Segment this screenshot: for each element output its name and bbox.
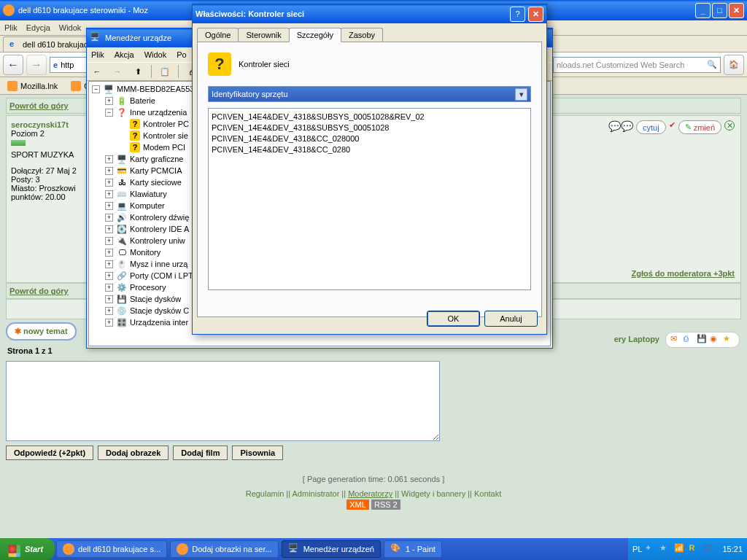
tb-forward[interactable]: → [110, 64, 125, 79]
expand-icon[interactable]: + [105, 284, 113, 292]
expand-icon[interactable]: + [105, 319, 113, 327]
hardware-ids-list[interactable]: PCI\VEN_14E4&DEV_4318&SUBSYS_00051028&RE… [208, 108, 531, 290]
xml-badge[interactable]: XML [347, 499, 369, 510]
footer-admin[interactable]: Administrator [293, 489, 340, 498]
tab-ogolne[interactable]: Ogólne [197, 28, 239, 42]
reply-textarea[interactable] [6, 361, 440, 441]
property-dropdown[interactable]: Identyfikatory sprzętu ▾ [208, 86, 531, 102]
mod-report-link[interactable]: Zgłoś do moderatora +3pkt [632, 269, 735, 278]
tab-zasoby[interactable]: Zasoby [341, 28, 383, 42]
back-top-link[interactable]: Powrót do góry [9, 101, 69, 110]
menu-widok[interactable]: Widok [144, 50, 167, 59]
tray-r-icon[interactable]: R [689, 543, 700, 555]
expand-icon[interactable]: + [105, 272, 113, 280]
menu-plik[interactable]: Plik [91, 50, 104, 59]
hwid-row[interactable]: PCI\VEN_14E4&DEV_4318&CC_028000 [212, 133, 527, 144]
clock[interactable]: 15:21 [722, 545, 743, 553]
footer-regulamin[interactable]: Regulamin [246, 489, 285, 498]
star-icon[interactable]: ★ [723, 334, 735, 346]
hwid-row[interactable]: PCI\VEN_14E4&DEV_4318&CC_0280 [212, 144, 527, 155]
browser-tab[interactable]: e dell d610 brakujace [3, 36, 98, 52]
add-video-button[interactable]: Dodaj film [173, 446, 228, 460]
hwid-row[interactable]: PCI\VEN_14E4&DEV_4318&SUBSYS_00051028&RE… [212, 112, 527, 122]
rss-badge[interactable]: RSS 2 [371, 499, 400, 510]
keyboard-icon: ⌨️ [116, 188, 128, 200]
search-icon[interactable]: 🔍 [707, 60, 717, 69]
tray-icon[interactable]: ✦ [645, 543, 657, 555]
taskbar: Start dell d610 brakujace s... Dodaj obr… [0, 538, 747, 560]
expand-icon[interactable]: + [105, 237, 113, 245]
close-button[interactable]: ✕ [729, 3, 744, 18]
cdrom-icon: 💿 [116, 305, 128, 316]
task-firefox-2[interactable]: Dodaj obrazki na ser... [170, 540, 278, 558]
tray-shield-icon[interactable]: 🛡 [703, 543, 715, 555]
expand-icon[interactable]: + [105, 167, 113, 175]
footer-widgets[interactable]: Widgety i bannery [401, 489, 465, 498]
tab-sterownik[interactable]: Sterownik [238, 28, 289, 42]
expand-icon[interactable]: + [105, 214, 113, 222]
expand-icon[interactable]: + [105, 179, 113, 187]
add-image-button[interactable]: Dodaj obrazek [98, 446, 169, 460]
tb-back[interactable]: ← [90, 64, 104, 79]
ok-button[interactable]: OK [427, 311, 480, 327]
tab-szczegoly[interactable]: Szczegóły [289, 28, 341, 42]
tray-network-icon[interactable]: 📶 [674, 543, 686, 555]
firefox-icon [3, 4, 15, 16]
expand-icon[interactable]: + [105, 155, 113, 163]
forward-button[interactable]: → [26, 55, 47, 75]
new-topic-button[interactable]: ✱ nowy temat [6, 322, 77, 341]
print-icon[interactable]: ⎙ [684, 334, 695, 346]
task-devmgr[interactable]: 🖥️ Menedżer urządzeń [282, 540, 381, 558]
home-button[interactable]: 🏠 [724, 55, 744, 75]
menu-akcja[interactable]: Akcja [115, 50, 134, 59]
help-button[interactable]: ? [510, 7, 525, 22]
menu-widok[interactable]: Widok [59, 23, 82, 32]
language-indicator[interactable]: PL [632, 545, 642, 553]
footer-contact[interactable]: Kontakt [474, 489, 501, 498]
tab-panel: ? Kontroler sieci Identyfikatory sprzętu… [197, 42, 542, 317]
breadcrumb-right[interactable]: ery Laptopy [614, 335, 659, 343]
warning-icon: ? [129, 141, 141, 153]
expand-icon[interactable]: + [105, 295, 113, 303]
quote-button[interactable]: cytuj [636, 120, 666, 134]
tb-properties[interactable]: 📋 [158, 64, 172, 79]
menu-edycja[interactable]: Edycja [26, 23, 50, 32]
expand-icon[interactable]: + [105, 202, 113, 210]
tb-up[interactable]: ⬆ [131, 64, 145, 79]
save-icon[interactable]: 💾 [697, 334, 708, 346]
menu-plik[interactable]: Plik [4, 23, 18, 32]
expand-icon[interactable]: − [92, 85, 100, 93]
expand-icon[interactable]: + [105, 225, 113, 233]
cancel-button[interactable]: Anuluj [484, 311, 538, 327]
footer-mod[interactable]: Moderatorzy [348, 489, 392, 498]
expand-icon[interactable]: + [105, 190, 113, 198]
expand-icon[interactable]: + [105, 260, 113, 268]
expand-icon[interactable]: − [105, 109, 113, 117]
reply-icon[interactable]: ✉ [670, 334, 682, 346]
back-button[interactable]: ← [3, 55, 23, 75]
search-box[interactable]: nloads.net Customized Web Search 🔍 [553, 57, 721, 73]
close-button[interactable]: ✕ [528, 7, 543, 22]
display-icon: 🖥️ [116, 153, 128, 165]
expand-icon[interactable]: + [105, 307, 113, 315]
edit-button[interactable]: ✎zmień [678, 120, 721, 134]
menu-pomoc[interactable]: Po [177, 50, 186, 59]
maximize-button[interactable]: □ [712, 3, 727, 18]
tray-icon[interactable]: ★ [659, 543, 671, 555]
hwid-row[interactable]: PCI\VEN_14E4&DEV_4318&SUBSYS_00051028 [212, 122, 527, 133]
reply-button[interactable]: Odpowiedź (+2pkt) [6, 446, 93, 460]
props-title-text: Właściwości: Kontroler sieci [196, 9, 510, 18]
task-paint[interactable]: 🎨 1 - Paint [384, 540, 442, 558]
other-icon: ❓ [116, 106, 128, 118]
minimize-button[interactable]: _ [695, 3, 711, 18]
start-button[interactable]: Start [0, 538, 55, 560]
spellcheck-button[interactable]: Pisownia [232, 446, 283, 460]
watch-icon[interactable]: ◉ [710, 334, 721, 346]
expand-icon[interactable]: + [105, 249, 113, 257]
task-firefox[interactable]: dell d610 brakujace s... [56, 540, 167, 558]
bookmark-mozilla[interactable]: Mozilla.lnk [4, 79, 61, 93]
check-icon[interactable]: ✔ [669, 120, 676, 134]
delete-icon[interactable]: ✕ [724, 120, 735, 131]
expand-icon[interactable]: + [105, 97, 113, 105]
back-top-link-2[interactable]: Powrót do góry [9, 287, 69, 295]
